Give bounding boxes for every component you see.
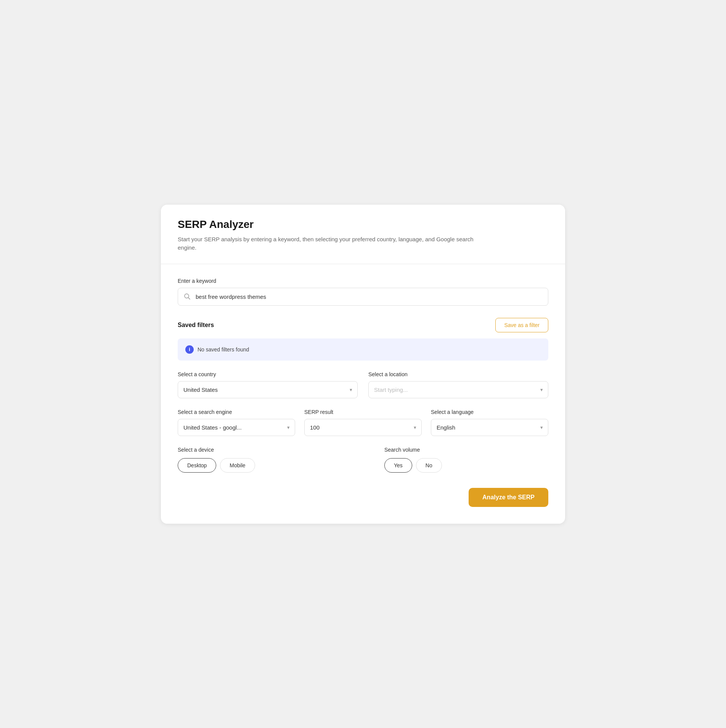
page-title: SERP Analyzer [178, 218, 548, 231]
card-header: SERP Analyzer Start your SERP analysis b… [161, 205, 565, 264]
analyze-button[interactable]: Analyze the SERP [469, 488, 548, 507]
keyword-label: Enter a keyword [178, 278, 548, 284]
location-select-wrapper: Start typing... ▾ [368, 381, 548, 398]
serp-result-select[interactable]: 10 20 50 100 [304, 419, 422, 436]
no-filters-banner: i No saved filters found [178, 338, 548, 361]
search-engine-select[interactable]: United States - googl... [178, 419, 295, 436]
filters-title: Saved filters [178, 322, 214, 329]
serp-result-select-wrapper: 10 20 50 100 ▾ [304, 419, 422, 436]
country-section: Select a country United States United Ki… [178, 371, 358, 398]
keyword-section: Enter a keyword [178, 278, 548, 306]
saved-filters-section: Saved filters Save as a filter i No save… [178, 318, 548, 361]
search-engine-section: Select a search engine United States - g… [178, 409, 295, 436]
country-select[interactable]: United States United Kingdom Canada Aust… [178, 381, 358, 398]
info-icon: i [185, 345, 194, 354]
page-description: Start your SERP analysis by entering a k… [178, 235, 490, 252]
device-desktop-button[interactable]: Desktop [178, 458, 216, 473]
device-toggle-group: Desktop Mobile [178, 458, 361, 473]
country-location-row: Select a country United States United Ki… [178, 371, 548, 398]
country-label: Select a country [178, 371, 358, 377]
language-select-wrapper: English Spanish French German ▾ [431, 419, 548, 436]
device-label: Select a device [178, 447, 361, 453]
keyword-input-wrapper [178, 288, 548, 306]
location-section: Select a location Start typing... ▾ [368, 371, 548, 398]
language-select[interactable]: English Spanish French German [431, 419, 548, 436]
volume-yes-button[interactable]: Yes [384, 458, 412, 473]
engine-result-language-row: Select a search engine United States - g… [178, 409, 548, 436]
svg-line-1 [188, 298, 190, 300]
country-select-wrapper: United States United Kingdom Canada Aust… [178, 381, 358, 398]
keyword-input[interactable] [178, 288, 548, 306]
volume-no-button[interactable]: No [416, 458, 442, 473]
search-engine-label: Select a search engine [178, 409, 295, 415]
serp-result-label: SERP result [304, 409, 422, 415]
location-label: Select a location [368, 371, 548, 377]
footer-row: Analyze the SERP [178, 488, 548, 507]
volume-label: Search volume [384, 447, 548, 453]
main-card: SERP Analyzer Start your SERP analysis b… [161, 205, 565, 524]
no-filters-text: No saved filters found [198, 346, 249, 353]
location-select[interactable]: Start typing... [368, 381, 548, 398]
card-body: Enter a keyword Saved filters Save as a … [161, 264, 565, 524]
filters-header: Saved filters Save as a filter [178, 318, 548, 332]
volume-section: Search volume Yes No [384, 447, 548, 473]
search-engine-select-wrapper: United States - googl... ▾ [178, 419, 295, 436]
device-mobile-button[interactable]: Mobile [220, 458, 255, 473]
device-section: Select a device Desktop Mobile [178, 447, 361, 473]
serp-result-section: SERP result 10 20 50 100 ▾ [304, 409, 422, 436]
language-section: Select a language English Spanish French… [431, 409, 548, 436]
save-filter-button[interactable]: Save as a filter [495, 318, 548, 332]
device-volume-row: Select a device Desktop Mobile Search vo… [178, 447, 548, 473]
language-label: Select a language [431, 409, 548, 415]
volume-toggle-group: Yes No [384, 458, 548, 473]
search-icon [184, 293, 191, 300]
